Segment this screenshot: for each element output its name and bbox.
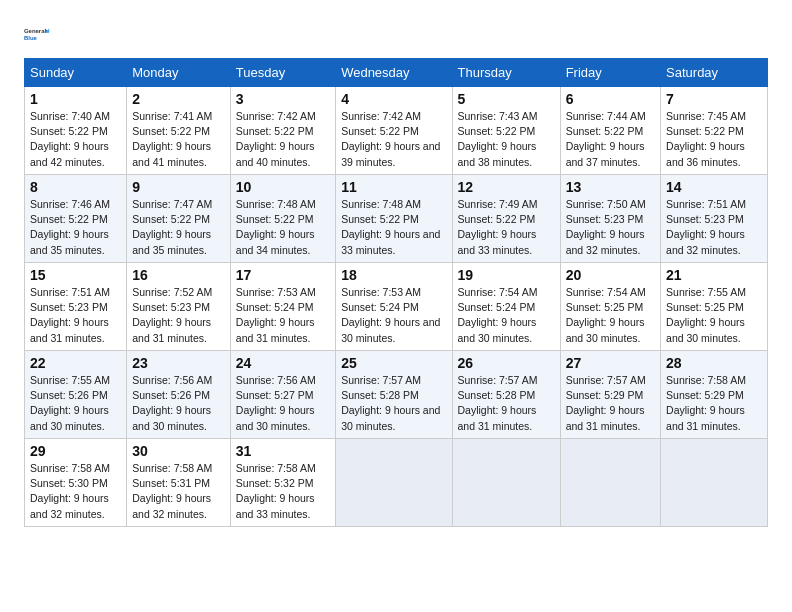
day-cell: 17 Sunrise: 7:53 AM Sunset: 5:24 PM Dayl… bbox=[230, 263, 335, 351]
day-info: Sunrise: 7:45 AM Sunset: 5:22 PM Dayligh… bbox=[666, 109, 762, 170]
day-number: 13 bbox=[566, 179, 655, 195]
day-number: 24 bbox=[236, 355, 330, 371]
logo-icon: GeneralBlue bbox=[24, 20, 52, 48]
day-cell: 7 Sunrise: 7:45 AM Sunset: 5:22 PM Dayli… bbox=[661, 87, 768, 175]
day-number: 1 bbox=[30, 91, 121, 107]
day-info: Sunrise: 7:54 AM Sunset: 5:25 PM Dayligh… bbox=[566, 285, 655, 346]
day-number: 18 bbox=[341, 267, 446, 283]
day-info: Sunrise: 7:54 AM Sunset: 5:24 PM Dayligh… bbox=[458, 285, 555, 346]
week-row-3: 15 Sunrise: 7:51 AM Sunset: 5:23 PM Dayl… bbox=[25, 263, 768, 351]
day-cell: 4 Sunrise: 7:42 AM Sunset: 5:22 PM Dayli… bbox=[336, 87, 452, 175]
week-row-4: 22 Sunrise: 7:55 AM Sunset: 5:26 PM Dayl… bbox=[25, 351, 768, 439]
header-row: SundayMondayTuesdayWednesdayThursdayFrid… bbox=[25, 59, 768, 87]
day-cell: 6 Sunrise: 7:44 AM Sunset: 5:22 PM Dayli… bbox=[560, 87, 660, 175]
day-number: 8 bbox=[30, 179, 121, 195]
day-number: 6 bbox=[566, 91, 655, 107]
header-thursday: Thursday bbox=[452, 59, 560, 87]
day-info: Sunrise: 7:46 AM Sunset: 5:22 PM Dayligh… bbox=[30, 197, 121, 258]
day-number: 12 bbox=[458, 179, 555, 195]
day-info: Sunrise: 7:44 AM Sunset: 5:22 PM Dayligh… bbox=[566, 109, 655, 170]
day-number: 5 bbox=[458, 91, 555, 107]
day-cell: 5 Sunrise: 7:43 AM Sunset: 5:22 PM Dayli… bbox=[452, 87, 560, 175]
day-info: Sunrise: 7:55 AM Sunset: 5:25 PM Dayligh… bbox=[666, 285, 762, 346]
day-cell: 3 Sunrise: 7:42 AM Sunset: 5:22 PM Dayli… bbox=[230, 87, 335, 175]
day-cell: 12 Sunrise: 7:49 AM Sunset: 5:22 PM Dayl… bbox=[452, 175, 560, 263]
header-tuesday: Tuesday bbox=[230, 59, 335, 87]
day-cell: 23 Sunrise: 7:56 AM Sunset: 5:26 PM Dayl… bbox=[127, 351, 231, 439]
day-info: Sunrise: 7:58 AM Sunset: 5:32 PM Dayligh… bbox=[236, 461, 330, 522]
day-info: Sunrise: 7:53 AM Sunset: 5:24 PM Dayligh… bbox=[236, 285, 330, 346]
page-header: GeneralBlue bbox=[24, 20, 768, 48]
day-cell: 26 Sunrise: 7:57 AM Sunset: 5:28 PM Dayl… bbox=[452, 351, 560, 439]
day-info: Sunrise: 7:53 AM Sunset: 5:24 PM Dayligh… bbox=[341, 285, 446, 346]
day-info: Sunrise: 7:56 AM Sunset: 5:26 PM Dayligh… bbox=[132, 373, 225, 434]
day-cell bbox=[452, 439, 560, 527]
day-number: 20 bbox=[566, 267, 655, 283]
day-cell: 24 Sunrise: 7:56 AM Sunset: 5:27 PM Dayl… bbox=[230, 351, 335, 439]
day-number: 3 bbox=[236, 91, 330, 107]
day-cell bbox=[661, 439, 768, 527]
day-cell: 15 Sunrise: 7:51 AM Sunset: 5:23 PM Dayl… bbox=[25, 263, 127, 351]
day-number: 29 bbox=[30, 443, 121, 459]
header-friday: Friday bbox=[560, 59, 660, 87]
day-info: Sunrise: 7:57 AM Sunset: 5:28 PM Dayligh… bbox=[341, 373, 446, 434]
week-row-1: 1 Sunrise: 7:40 AM Sunset: 5:22 PM Dayli… bbox=[25, 87, 768, 175]
day-number: 26 bbox=[458, 355, 555, 371]
day-info: Sunrise: 7:52 AM Sunset: 5:23 PM Dayligh… bbox=[132, 285, 225, 346]
day-info: Sunrise: 7:42 AM Sunset: 5:22 PM Dayligh… bbox=[341, 109, 446, 170]
svg-text:General: General bbox=[24, 28, 46, 34]
day-number: 25 bbox=[341, 355, 446, 371]
day-number: 31 bbox=[236, 443, 330, 459]
day-info: Sunrise: 7:41 AM Sunset: 5:22 PM Dayligh… bbox=[132, 109, 225, 170]
day-info: Sunrise: 7:43 AM Sunset: 5:22 PM Dayligh… bbox=[458, 109, 555, 170]
day-cell bbox=[336, 439, 452, 527]
day-number: 27 bbox=[566, 355, 655, 371]
day-number: 28 bbox=[666, 355, 762, 371]
day-info: Sunrise: 7:47 AM Sunset: 5:22 PM Dayligh… bbox=[132, 197, 225, 258]
day-cell: 30 Sunrise: 7:58 AM Sunset: 5:31 PM Dayl… bbox=[127, 439, 231, 527]
day-info: Sunrise: 7:51 AM Sunset: 5:23 PM Dayligh… bbox=[30, 285, 121, 346]
day-cell: 31 Sunrise: 7:58 AM Sunset: 5:32 PM Dayl… bbox=[230, 439, 335, 527]
day-info: Sunrise: 7:55 AM Sunset: 5:26 PM Dayligh… bbox=[30, 373, 121, 434]
day-cell: 2 Sunrise: 7:41 AM Sunset: 5:22 PM Dayli… bbox=[127, 87, 231, 175]
day-info: Sunrise: 7:49 AM Sunset: 5:22 PM Dayligh… bbox=[458, 197, 555, 258]
header-monday: Monday bbox=[127, 59, 231, 87]
day-cell: 1 Sunrise: 7:40 AM Sunset: 5:22 PM Dayli… bbox=[25, 87, 127, 175]
header-sunday: Sunday bbox=[25, 59, 127, 87]
day-info: Sunrise: 7:40 AM Sunset: 5:22 PM Dayligh… bbox=[30, 109, 121, 170]
day-number: 30 bbox=[132, 443, 225, 459]
day-info: Sunrise: 7:42 AM Sunset: 5:22 PM Dayligh… bbox=[236, 109, 330, 170]
week-row-2: 8 Sunrise: 7:46 AM Sunset: 5:22 PM Dayli… bbox=[25, 175, 768, 263]
day-number: 4 bbox=[341, 91, 446, 107]
day-info: Sunrise: 7:56 AM Sunset: 5:27 PM Dayligh… bbox=[236, 373, 330, 434]
day-cell: 16 Sunrise: 7:52 AM Sunset: 5:23 PM Dayl… bbox=[127, 263, 231, 351]
day-cell: 10 Sunrise: 7:48 AM Sunset: 5:22 PM Dayl… bbox=[230, 175, 335, 263]
day-number: 11 bbox=[341, 179, 446, 195]
day-cell: 27 Sunrise: 7:57 AM Sunset: 5:29 PM Dayl… bbox=[560, 351, 660, 439]
day-info: Sunrise: 7:57 AM Sunset: 5:29 PM Dayligh… bbox=[566, 373, 655, 434]
day-info: Sunrise: 7:58 AM Sunset: 5:30 PM Dayligh… bbox=[30, 461, 121, 522]
day-number: 23 bbox=[132, 355, 225, 371]
header-saturday: Saturday bbox=[661, 59, 768, 87]
day-info: Sunrise: 7:50 AM Sunset: 5:23 PM Dayligh… bbox=[566, 197, 655, 258]
day-number: 15 bbox=[30, 267, 121, 283]
day-info: Sunrise: 7:48 AM Sunset: 5:22 PM Dayligh… bbox=[341, 197, 446, 258]
day-cell: 19 Sunrise: 7:54 AM Sunset: 5:24 PM Dayl… bbox=[452, 263, 560, 351]
day-cell: 8 Sunrise: 7:46 AM Sunset: 5:22 PM Dayli… bbox=[25, 175, 127, 263]
day-info: Sunrise: 7:57 AM Sunset: 5:28 PM Dayligh… bbox=[458, 373, 555, 434]
day-info: Sunrise: 7:58 AM Sunset: 5:29 PM Dayligh… bbox=[666, 373, 762, 434]
day-number: 14 bbox=[666, 179, 762, 195]
day-number: 17 bbox=[236, 267, 330, 283]
day-cell: 13 Sunrise: 7:50 AM Sunset: 5:23 PM Dayl… bbox=[560, 175, 660, 263]
day-cell: 22 Sunrise: 7:55 AM Sunset: 5:26 PM Dayl… bbox=[25, 351, 127, 439]
day-number: 21 bbox=[666, 267, 762, 283]
day-info: Sunrise: 7:51 AM Sunset: 5:23 PM Dayligh… bbox=[666, 197, 762, 258]
day-number: 10 bbox=[236, 179, 330, 195]
logo: GeneralBlue bbox=[24, 20, 52, 48]
day-cell bbox=[560, 439, 660, 527]
day-cell: 20 Sunrise: 7:54 AM Sunset: 5:25 PM Dayl… bbox=[560, 263, 660, 351]
day-cell: 28 Sunrise: 7:58 AM Sunset: 5:29 PM Dayl… bbox=[661, 351, 768, 439]
day-number: 16 bbox=[132, 267, 225, 283]
week-row-5: 29 Sunrise: 7:58 AM Sunset: 5:30 PM Dayl… bbox=[25, 439, 768, 527]
calendar-table: SundayMondayTuesdayWednesdayThursdayFrid… bbox=[24, 58, 768, 527]
